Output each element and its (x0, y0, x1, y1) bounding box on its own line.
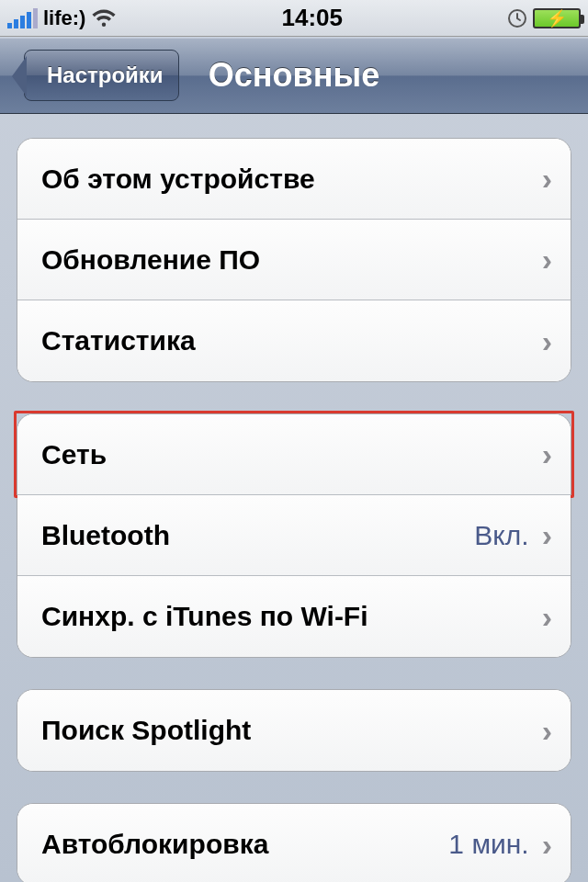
row-itunes-wifi-sync[interactable]: Синхр. с iTunes по Wi-Fi › (17, 576, 571, 657)
row-network[interactable]: Сеть › (17, 414, 571, 495)
row-about[interactable]: Об этом устройстве › (17, 139, 571, 220)
row-software-update[interactable]: Обновление ПО › (17, 220, 571, 300)
carrier-label: life:) (43, 6, 85, 30)
row-autolock[interactable]: Автоблокировка 1 мин. › (17, 804, 571, 882)
navigation-bar: Настройки Основные (0, 37, 588, 114)
chevron-right-icon: › (542, 436, 552, 472)
chevron-right-icon: › (542, 242, 552, 277)
chevron-right-icon: › (542, 599, 552, 635)
row-label: Об этом устройстве (41, 164, 542, 195)
row-bluetooth[interactable]: Bluetooth Вкл. › (17, 495, 571, 576)
status-bar: life:) 14:05 ⚡ (0, 0, 588, 37)
back-button[interactable]: Настройки (24, 50, 179, 101)
row-label: Сеть (41, 439, 542, 470)
row-label: Поиск Spotlight (41, 715, 542, 746)
row-label: Автоблокировка (41, 829, 448, 860)
chevron-right-icon: › (542, 517, 552, 553)
settings-group-2: Сеть › Bluetooth Вкл. › Синхр. с iTunes … (17, 413, 571, 658)
row-label: Синхр. с iTunes по Wi-Fi (41, 601, 542, 632)
chevron-right-icon: › (542, 713, 552, 749)
cellular-signal-icon (7, 8, 38, 28)
row-spotlight[interactable]: Поиск Spotlight › (17, 690, 571, 771)
chevron-right-icon: › (542, 161, 552, 197)
battery-charging-icon: ⚡ (533, 8, 581, 28)
settings-group-4: Автоблокировка 1 мин. › (17, 803, 571, 882)
status-time: 14:05 (281, 4, 343, 32)
clock-icon (507, 8, 527, 28)
row-label: Bluetooth (41, 520, 474, 551)
row-label: Статистика (41, 325, 542, 356)
chevron-right-icon: › (542, 827, 552, 863)
settings-group-1: Об этом устройстве › Обновление ПО › Ста… (17, 138, 571, 382)
settings-group-3: Поиск Spotlight › (17, 689, 571, 772)
row-value: 1 мин. (448, 829, 528, 860)
wifi-icon (91, 8, 117, 28)
row-label: Обновление ПО (41, 244, 542, 276)
back-button-label: Настройки (47, 62, 164, 88)
content-scroll[interactable]: Об этом устройстве › Обновление ПО › Ста… (0, 114, 588, 882)
row-value: Вкл. (474, 520, 528, 551)
row-usage[interactable]: Статистика › (17, 300, 571, 381)
chevron-right-icon: › (542, 323, 552, 359)
